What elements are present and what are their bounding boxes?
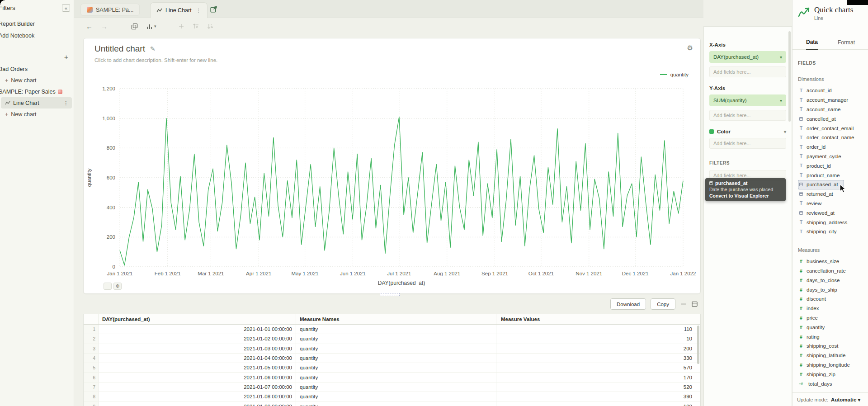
svg-text:Jul 1 2021: Jul 1 2021 (387, 271, 411, 276)
column-header-measure-values[interactable]: Measure Values (496, 314, 697, 324)
update-mode-dropdown[interactable]: Automatic ▾ (831, 397, 860, 403)
number-type-icon: # (799, 343, 803, 349)
expand-results-icon[interactable] (691, 301, 698, 307)
chart-settings-icon[interactable]: ⚙ (687, 44, 693, 52)
x-axis-field-pill[interactable]: DAY(purchased_at) ▾ (709, 51, 786, 63)
measures-list: # =# business_size # =# cancellation_rat… (798, 257, 868, 388)
x-axis-dropzone[interactable]: Add fields here... (709, 66, 786, 77)
sidebar-link-report-builder[interactable]: Report Builder (0, 21, 35, 27)
dimension-field[interactable]: T reviewed_at (798, 208, 868, 217)
table-row[interactable]: 9 2021-01-09 00:00:00 quantity 100 (84, 401, 700, 406)
line-chart-plot[interactable]: Jan 1 2021Feb 1 2021Mar 1 2021Apr 1 2021… (84, 38, 701, 294)
dimension-field[interactable]: T purchased_at (798, 180, 844, 189)
dimension-field[interactable]: T shipping_address (798, 217, 868, 227)
measure-field[interactable]: # =# shipping_latitude (798, 351, 868, 360)
dimension-field[interactable]: T product_id (798, 161, 868, 170)
sidebar-item[interactable]: + SAMPLE: Paper Sales ⋮ (1, 86, 72, 97)
dimension-field[interactable]: T returned_at (798, 189, 868, 199)
chevron-down-icon[interactable]: ▾ (780, 55, 782, 60)
sidebar-item[interactable]: + New chart ⋮ (1, 109, 72, 120)
copy-button[interactable]: Copy (651, 298, 675, 310)
tooltip-action[interactable]: Convert to Visual Explorer (709, 193, 782, 198)
zoom-out-button[interactable]: − (104, 283, 112, 290)
dimension-field[interactable]: T order_contact_email (798, 123, 868, 133)
tab-kebab-icon[interactable]: ⋮ (196, 7, 202, 14)
table-row[interactable]: 2 2021-01-02 00:00:00 quantity 10 (84, 334, 700, 344)
chart-type-dropdown[interactable]: ▾ (146, 23, 156, 30)
table-row[interactable]: 4 2021-01-04 00:00:00 quantity 330 (84, 354, 700, 363)
y-axis-dropzone[interactable]: Add fields here... (709, 110, 786, 121)
dimension-field[interactable]: T order_contact_name (798, 133, 868, 142)
cell-date: 2021-01-02 00:00:00 (99, 334, 296, 343)
tab-format[interactable]: Format (838, 39, 855, 49)
config-scrollbar[interactable] (788, 31, 791, 122)
open-in-new-icon[interactable] (210, 5, 217, 15)
tab-line-chart[interactable]: Line Chart ⋮ (150, 2, 208, 18)
dimension-field[interactable]: T product_name (798, 170, 868, 180)
sidebar-item[interactable]: + New chart ⋮ (1, 75, 72, 86)
table-row[interactable]: 7 2021-01-07 00:00:00 quantity 520 (84, 382, 700, 392)
chart-description-placeholder[interactable]: Click to add chart description. Shift-en… (94, 57, 217, 63)
tab-sample-paper-sales[interactable]: SAMPLE: Pa... (80, 4, 140, 16)
column-header-measure-names[interactable]: Measure Names (296, 314, 496, 324)
back-button[interactable]: ← (86, 23, 93, 30)
cell-measure-name: quantity (296, 344, 496, 353)
color-section-header[interactable]: Color ▾ (709, 129, 786, 134)
table-row[interactable]: 8 2021-01-08 00:00:00 quantity 390 (84, 392, 700, 401)
table-row[interactable]: 6 2021-01-06 00:00:00 quantity 170 (84, 373, 700, 382)
table-row[interactable]: 1 2021-01-01 00:00:00 quantity 110 (84, 325, 700, 334)
measure-field[interactable]: # =# rating (798, 332, 868, 341)
forward-button[interactable]: → (101, 23, 108, 30)
measure-field[interactable]: # =# total_days (798, 379, 868, 388)
table-row[interactable]: 3 2021-01-03 00:00:00 quantity 200 (84, 344, 700, 354)
tab-data[interactable]: Data (806, 39, 818, 50)
measure-field[interactable]: # =# index (798, 304, 868, 313)
measure-field[interactable]: # =# shipping_cost (798, 341, 868, 351)
sidebar-link-add-notebook[interactable]: Add Notebook (0, 33, 34, 39)
sidebar-item[interactable]: + Bad Orders ⋮ (1, 63, 72, 75)
collapse-results-icon[interactable] (680, 301, 687, 307)
measure-field[interactable]: # =# shipping_zip (798, 369, 868, 379)
measure-field[interactable]: # =# days_to_ship (798, 285, 868, 294)
measure-field[interactable]: # =# price (798, 313, 868, 323)
chart-title[interactable]: Untitled chart (94, 44, 145, 54)
dimension-field[interactable]: T account_manager (798, 95, 868, 105)
measure-field[interactable]: # =# business_size (798, 257, 868, 266)
table-scrollbar[interactable] (697, 326, 699, 364)
measure-field[interactable]: # =# shipping_longitude (798, 360, 868, 370)
add-project-button[interactable]: + (64, 53, 68, 61)
chevron-down-icon[interactable]: ▾ (780, 98, 782, 103)
column-header-date[interactable]: DAY(purchased_at) (99, 314, 296, 324)
edit-title-icon[interactable]: ✎ (150, 45, 156, 52)
measure-field[interactable]: # =# days_to_close (798, 275, 868, 285)
sidebar-item[interactable]: + Line Chart ⋮ (1, 97, 72, 109)
download-button[interactable]: Download (610, 298, 646, 310)
dimension-field[interactable]: T account_name (798, 105, 868, 114)
sort-descending-icon[interactable] (207, 23, 213, 29)
color-dropzone[interactable]: Add fields here... (709, 138, 786, 149)
layers-icon[interactable] (131, 23, 138, 30)
dimension-field[interactable]: T cancelled_at (798, 114, 868, 123)
table-row[interactable]: 5 2021-01-05 00:00:00 quantity 570 (84, 363, 700, 373)
dimension-field[interactable]: T payment_cycle (798, 152, 868, 161)
kebab-menu-icon[interactable]: ⋮ (63, 100, 69, 106)
dimension-field[interactable]: T account_id (798, 86, 868, 95)
sort-ascending-icon[interactable] (193, 23, 199, 29)
paper-emoji-icon (58, 90, 62, 94)
dimension-field[interactable]: T review (798, 199, 868, 208)
row-number: 1 (84, 325, 99, 334)
crosshair-icon[interactable] (178, 23, 184, 29)
y-axis-field-pill[interactable]: SUM(quantity) ▾ (709, 94, 786, 106)
measure-field[interactable]: # =# cancellation_rate (798, 266, 868, 276)
measure-field[interactable]: # =# discount (798, 294, 868, 304)
cell-date: 2021-01-07 00:00:00 (99, 382, 296, 392)
field-tooltip: purchased_at Date the purchase was place… (705, 178, 786, 201)
zoom-reset-button[interactable]: ⊕ (113, 283, 122, 290)
dimension-field[interactable]: T shipping_city (798, 227, 868, 236)
chevron-down-icon[interactable]: ▾ (784, 129, 786, 134)
measure-field[interactable]: # =# quantity (798, 322, 868, 332)
date-type-icon (799, 192, 803, 196)
collapse-sidebar-icon[interactable]: « (62, 4, 70, 12)
pane-resize-handle[interactable] (380, 293, 400, 296)
dimension-field[interactable]: T order_id (798, 142, 868, 152)
